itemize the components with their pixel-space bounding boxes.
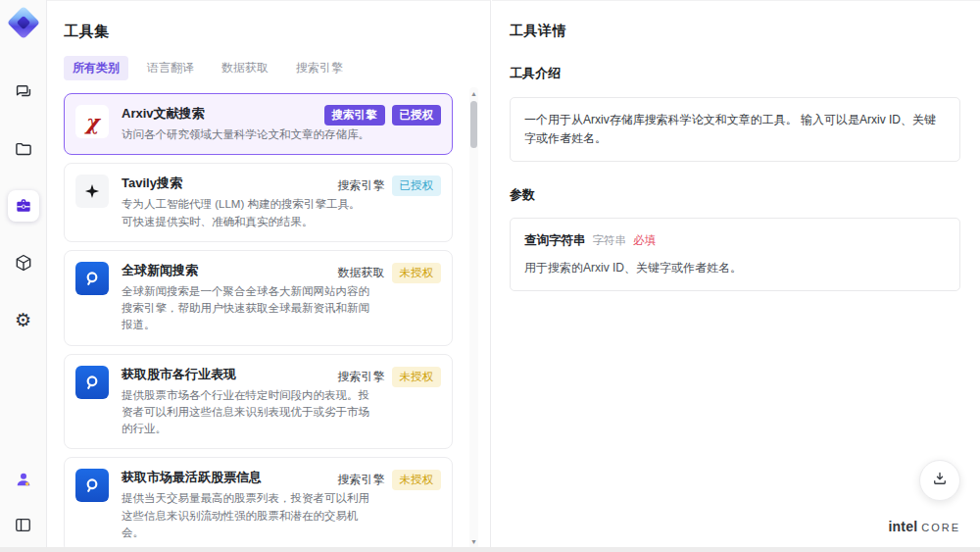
auth-badge: 未授权	[392, 470, 442, 490]
tool-row-tavily[interactable]: Tavily搜索 专为人工智能代理 (LLM) 构建的搜索引擎工具。可快速提供实…	[64, 163, 453, 242]
category-tabs: 所有类别 语言翻译 数据获取 搜索引擎	[64, 56, 465, 80]
row-badges: 搜索引擎 未授权	[338, 469, 442, 491]
tool-desc: 提供股票市场各个行业在特定时间段内的表现。投资者可以利用这些信息来识别表现优于或…	[122, 387, 370, 438]
collapse-sidebar-button[interactable]	[8, 509, 39, 540]
category-label: 数据获取	[338, 262, 385, 284]
param-card: 查询字符串 字符串 必填 用于搜索的Arxiv ID、关键字或作者姓名。	[510, 218, 960, 291]
intro-box: 一个用于从Arxiv存储库搜索科学论文和文章的工具。 输入可以是Arxiv ID…	[510, 97, 960, 162]
intro-heading: 工具介绍	[510, 65, 960, 82]
avatar-icon	[14, 470, 33, 489]
rail-bottom	[0, 464, 46, 540]
param-head: 查询字符串 字符串 必填	[524, 232, 946, 249]
param-desc: 用于搜索的Arxiv ID、关键字或作者姓名。	[524, 260, 946, 276]
params-heading: 参数	[510, 186, 960, 204]
tool-row-sector-performance[interactable]: 获取股市各行业表现 提供股票市场各个行业在特定时间段内的表现。投资者可以利用这些…	[64, 354, 453, 450]
tab-data-acquisition[interactable]: 数据获取	[213, 56, 277, 80]
scroll-down-icon[interactable]: ▼	[469, 537, 478, 547]
row-badges: 数据获取 未授权	[338, 262, 442, 284]
tool-desc: 访问各个研究领域大量科学论文和文章的存储库。	[122, 126, 370, 143]
auth-badge: 未授权	[392, 263, 442, 283]
category-badge: 搜索引擎	[324, 105, 385, 125]
folder-icon	[14, 139, 33, 159]
arxiv-x-glyph: χ	[85, 112, 99, 132]
param-required-flag: 必填	[633, 233, 656, 248]
nav-settings-button[interactable]: ⚙	[8, 304, 39, 335]
intel-wordmark: intel	[888, 519, 917, 534]
nav-folder-button[interactable]	[8, 133, 39, 165]
auth-badge: 已授权	[392, 176, 442, 196]
param-name: 查询字符串	[524, 232, 586, 249]
nav-package-button[interactable]	[8, 247, 39, 278]
row-badges: 搜索引擎 已授权	[338, 175, 442, 197]
tool-desc: 全球新闻搜索是一个聚合全球各大新闻网站内容的搜索引擎，帮助用户快速获取全球最新资…	[122, 283, 370, 334]
tool-row-arxiv[interactable]: χ Arxiv文献搜索 访问各个研究领域大量科学论文和文章的存储库。 搜索引擎 …	[64, 93, 453, 155]
window-bottom-edge	[0, 547, 980, 552]
sparkle-star-icon	[75, 175, 109, 208]
download-button[interactable]	[919, 460, 960, 501]
gear-icon: ⚙	[15, 311, 31, 329]
category-label: 搜索引擎	[338, 366, 385, 388]
tool-list: χ Arxiv文献搜索 访问各个研究领域大量科学论文和文章的存储库。 搜索引擎 …	[64, 93, 465, 552]
auth-badge: 已授权	[392, 105, 442, 125]
collapse-panel-icon	[14, 516, 32, 534]
news-app-icon	[75, 366, 109, 399]
tab-language-translation[interactable]: 语言翻译	[138, 56, 203, 80]
tab-all-categories[interactable]: 所有类别	[64, 56, 128, 80]
tool-desc: 专为人工智能代理 (LLM) 构建的搜索引擎工具。可快速提供实时、准确和真实的结…	[122, 196, 370, 230]
scrollbar-thumb[interactable]	[470, 101, 477, 148]
core-wordmark: CORE	[921, 522, 960, 533]
arxiv-logo-icon: χ	[75, 105, 109, 138]
row-badges: 搜索引擎 未授权	[338, 366, 442, 388]
cube-icon	[14, 253, 33, 273]
auth-badge: 未授权	[392, 367, 442, 387]
list-scrollbar[interactable]: ▲ ▼	[469, 87, 478, 549]
category-label: 搜索引擎	[338, 175, 385, 197]
scroll-up-icon[interactable]: ▲	[469, 89, 478, 99]
rail-nav: ⚙	[0, 76, 46, 335]
chat-icon	[14, 82, 33, 102]
left-rail: ⚙	[0, 0, 47, 552]
download-icon	[931, 470, 949, 491]
tool-row-global-news[interactable]: 全球新闻搜索 全球新闻搜索是一个聚合全球各大新闻网站内容的搜索引擎，帮助用户快速…	[64, 250, 453, 346]
toolbox-icon	[14, 196, 33, 216]
intel-core-logo: intel CORE	[888, 519, 960, 534]
tool-detail-panel: 工具详情 工具介绍 一个用于从Arxiv存储库搜索科学论文和文章的工具。 输入可…	[492, 0, 980, 552]
nav-toolbox-button-active[interactable]	[8, 190, 39, 222]
news-app-icon	[75, 469, 109, 502]
nav-chat-button[interactable]	[8, 76, 39, 108]
user-avatar-button[interactable]	[8, 464, 39, 495]
tool-desc: 提供当天交易量最高的股票列表，投资者可以利用这些信息来识别流动性强的股票和潜在的…	[122, 490, 370, 541]
category-label: 搜索引擎	[338, 469, 385, 491]
tool-row-active-stocks[interactable]: 获取市场最活跃股票信息 提供当天交易量最高的股票列表，投资者可以利用这些信息来识…	[64, 457, 453, 552]
app-logo-icon[interactable]	[11, 10, 36, 35]
page-title: 工具集	[64, 23, 465, 41]
detail-title: 工具详情	[510, 23, 960, 40]
param-type: 字符串	[593, 233, 627, 248]
tab-search-engine[interactable]: 搜索引擎	[287, 56, 352, 80]
news-app-icon	[75, 262, 109, 295]
tool-list-panel: 工具集 所有类别 语言翻译 数据获取 搜索引擎 χ Arxiv文献搜索 访问各个…	[47, 0, 491, 552]
row-badges: 搜索引擎 已授权	[324, 105, 442, 125]
